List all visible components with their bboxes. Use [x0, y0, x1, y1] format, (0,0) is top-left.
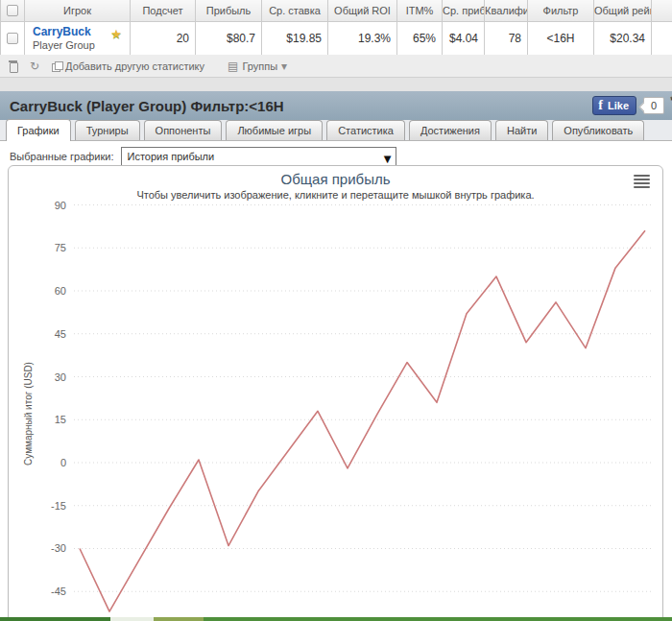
- groups-button[interactable]: ▤ Группы ▾: [228, 60, 287, 72]
- bottom-bar-segment: [204, 617, 672, 621]
- chevron-down-icon: ▾: [281, 60, 287, 72]
- bottom-bar-segment: [154, 617, 204, 621]
- svg-text:90: 90: [55, 200, 66, 211]
- like-count-badge: 0: [643, 97, 664, 114]
- page-gap: [0, 78, 672, 91]
- chart-menu-icon[interactable]: [634, 175, 650, 190]
- col-extra: [652, 0, 672, 21]
- bottom-scrollbar[interactable]: [0, 617, 672, 621]
- tab-statistics[interactable]: Статистика: [326, 120, 405, 140]
- facebook-like-button[interactable]: f Like: [592, 96, 636, 115]
- tab-strip: Графики Турниры Оппоненты Любимые игры С…: [0, 120, 672, 141]
- refresh-icon[interactable]: ↻: [30, 60, 39, 72]
- like-label: Like: [608, 100, 629, 111]
- stats-header-row: Игрок Подсчет Прибыль Ср. ставка Общий R…: [1, 0, 672, 21]
- svg-text:45: 45: [55, 328, 66, 340]
- col-total-roi[interactable]: Общий ROI: [328, 0, 397, 21]
- svg-text:-45: -45: [51, 585, 66, 597]
- svg-text:-30: -30: [51, 542, 66, 554]
- chart-title: Общая прибыль: [9, 171, 662, 187]
- col-count[interactable]: Подсчет: [131, 0, 196, 21]
- cell-total-roi: 19.3%: [328, 21, 397, 55]
- col-profit[interactable]: Прибыль: [196, 0, 262, 21]
- award-star-icon: ★: [110, 27, 122, 41]
- graph-select[interactable]: История прибыли ▼: [121, 147, 396, 166]
- profit-chart-svg: 9075604530150-15-30-45Суммарный итог (US…: [9, 166, 664, 621]
- svg-text:15: 15: [55, 414, 66, 425]
- cell-profit: $80.7: [196, 21, 262, 55]
- tab-graphs[interactable]: Графики: [6, 119, 71, 141]
- graph-select-label: Выбранные графики:: [10, 151, 113, 162]
- table-row: CarryBuck Player Group ★ 20 $80.7 $19.85…: [1, 21, 672, 55]
- cell-itm: 65%: [397, 21, 443, 55]
- cell-filter: <16Н: [528, 21, 594, 55]
- cell-count: 20: [131, 21, 196, 55]
- tab-tournaments[interactable]: Турниры: [75, 120, 140, 140]
- chart-subtitle: Чтобы увеличить изображение, кликните и …: [9, 189, 662, 201]
- add-statistic-icon[interactable]: [52, 61, 61, 71]
- cell-avg-profit: $4.04: [443, 21, 485, 55]
- facebook-icon: f: [598, 98, 603, 113]
- tab-achievements[interactable]: Достижения: [409, 120, 492, 140]
- add-statistic-button[interactable]: Добавить другую статистику: [65, 60, 204, 72]
- bottom-bar-segment: [0, 617, 110, 621]
- row-checkbox[interactable]: [7, 33, 18, 44]
- graph-select-value: История прибыли: [127, 151, 214, 162]
- col-filter[interactable]: Фильтр: [528, 0, 594, 21]
- delete-icon[interactable]: [9, 60, 17, 71]
- col-avg-profit[interactable]: Ср. приб: [443, 0, 485, 21]
- player-group-label: Player Group: [33, 39, 95, 51]
- content-panel: Выбранные графики: История прибыли ▼ 907…: [0, 141, 672, 621]
- profit-chart[interactable]: 9075604530150-15-30-45Суммарный итог (US…: [8, 165, 663, 621]
- svg-text:75: 75: [55, 242, 66, 253]
- tab-favorite-games[interactable]: Любимые игры: [226, 120, 323, 140]
- col-qualification[interactable]: Квалифика: [485, 0, 528, 21]
- mini-toolbar: ↻ Добавить другую статистику ▤ Группы ▾: [0, 55, 672, 78]
- col-avg-stake[interactable]: Ср. ставка: [262, 0, 328, 21]
- select-all-cell: [1, 0, 25, 21]
- col-itm[interactable]: ITM%: [397, 0, 443, 21]
- svg-text:Суммарный итог (USD): Суммарный итог (USD): [23, 362, 34, 466]
- stats-table: Игрок Подсчет Прибыль Ср. ставка Общий R…: [0, 0, 672, 56]
- cell-total-rake: $20.34: [594, 21, 652, 55]
- groups-label: Группы: [242, 60, 277, 72]
- svg-text:-15: -15: [51, 500, 66, 512]
- cell-qualification: 78: [485, 21, 528, 55]
- col-total-rake[interactable]: Общий рейк: [594, 0, 652, 21]
- groups-icon: ▤: [228, 60, 238, 72]
- tab-publish[interactable]: Опубликовать: [552, 120, 644, 140]
- tab-opponents[interactable]: Оппоненты: [144, 120, 223, 140]
- page-title: CarryBuck (Player Group) Фильтр:<16Н: [10, 98, 592, 114]
- select-all-checkbox[interactable]: [7, 5, 18, 16]
- svg-text:60: 60: [55, 285, 66, 297]
- cell-avg-stake: $19.85: [262, 21, 328, 55]
- col-player[interactable]: Игрок: [25, 0, 131, 21]
- bottom-bar-segment: [110, 617, 154, 621]
- player-header-bar: CarryBuck (Player Group) Фильтр:<16Н f L…: [0, 91, 672, 120]
- svg-text:0: 0: [60, 457, 66, 468]
- tab-find[interactable]: Найти: [495, 120, 548, 140]
- svg-text:30: 30: [55, 371, 66, 383]
